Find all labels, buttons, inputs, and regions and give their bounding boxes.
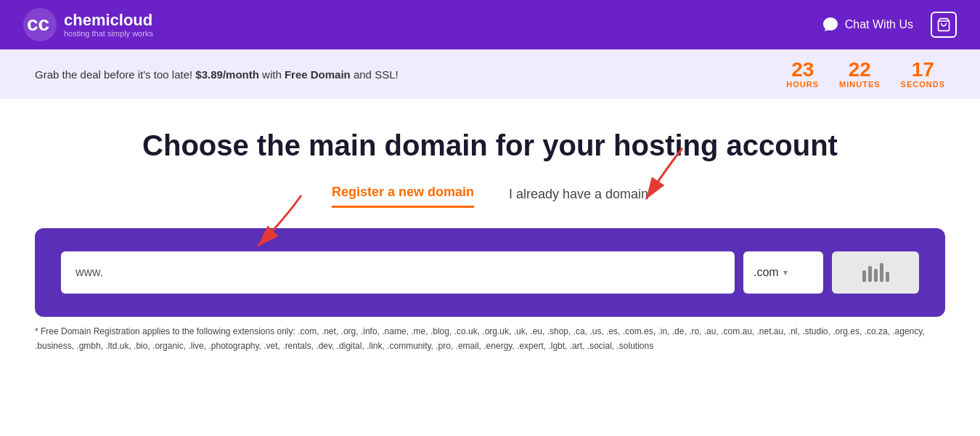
hours-number: 23 bbox=[786, 60, 819, 80]
minutes-label: MINUTES bbox=[839, 80, 881, 89]
main-content: Choose the main domain for your hosting … bbox=[0, 99, 980, 368]
promo-suffix: and SSL! bbox=[354, 68, 399, 81]
chat-icon bbox=[822, 16, 839, 33]
tab-register-new[interactable]: Register a new domain bbox=[332, 185, 474, 208]
site-header: cc chemicloud hosting that simply works … bbox=[0, 0, 980, 49]
countdown-minutes: 22 MINUTES bbox=[839, 60, 881, 89]
svg-text:cc: cc bbox=[27, 12, 49, 35]
domain-search-section: .com ▾ bbox=[35, 228, 945, 317]
cart-icon bbox=[936, 17, 951, 32]
countdown-hours: 23 HOURS bbox=[786, 60, 819, 89]
chevron-down-icon: ▾ bbox=[783, 267, 788, 278]
promo-mid: with bbox=[262, 68, 282, 81]
search-button[interactable] bbox=[832, 251, 919, 294]
arrow-annotation-1 bbox=[624, 145, 697, 210]
domain-input[interactable] bbox=[61, 251, 735, 294]
promo-bar: Grab the deal before it's too late! $3.8… bbox=[0, 49, 980, 99]
logo-tagline: hosting that simply works bbox=[64, 29, 153, 38]
minutes-number: 22 bbox=[839, 60, 881, 80]
chat-label: Chat With Us bbox=[845, 18, 913, 31]
promo-text: Grab the deal before it's too late! $3.8… bbox=[35, 68, 399, 81]
promo-price: $3.89/month bbox=[195, 68, 259, 81]
countdown-seconds: 17 SECONDS bbox=[901, 60, 945, 89]
free-domain-notice-text: * Free Domain Registration applies to th… bbox=[35, 326, 925, 351]
header-right: Chat With Us bbox=[822, 12, 957, 38]
countdown: 23 HOURS 22 MINUTES 17 SECONDS bbox=[786, 60, 945, 89]
hours-label: HOURS bbox=[786, 80, 819, 89]
tab-register-label: Register a new domain bbox=[332, 185, 474, 199]
promo-highlight1: Free Domain bbox=[285, 68, 351, 81]
logo-name: chemicloud bbox=[64, 12, 153, 29]
search-row: .com ▾ bbox=[61, 251, 919, 294]
seconds-label: SECONDS bbox=[901, 80, 945, 89]
chat-button[interactable]: Chat With Us bbox=[822, 16, 913, 33]
logo-area[interactable]: cc chemicloud hosting that simply works bbox=[23, 8, 153, 41]
tld-selector[interactable]: .com ▾ bbox=[743, 251, 823, 294]
search-icon bbox=[862, 263, 889, 282]
tld-selected-value: .com bbox=[754, 266, 779, 279]
seconds-number: 17 bbox=[901, 60, 945, 80]
cart-button[interactable] bbox=[931, 12, 957, 38]
logo-icon: cc bbox=[23, 8, 57, 41]
page-title: Choose the main domain for your hosting … bbox=[0, 128, 980, 163]
arrow-annotation-2 bbox=[243, 192, 316, 257]
free-domain-notice: * Free Domain Registration applies to th… bbox=[0, 317, 980, 354]
promo-prefix: Grab the deal before it's too late! bbox=[35, 68, 192, 81]
domain-tabs: Register a new domain I already have a d… bbox=[0, 185, 980, 208]
logo-text: chemicloud hosting that simply works bbox=[64, 12, 153, 38]
